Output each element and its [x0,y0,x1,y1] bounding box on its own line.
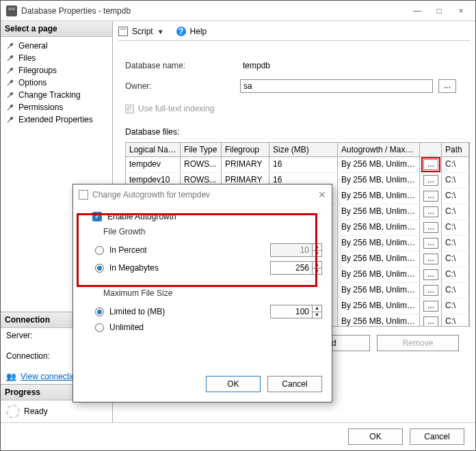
in-megabytes-radio[interactable]: In Megabytes ▲▼ [95,261,322,275]
radio-selected-icon [95,264,104,273]
autogrowth-edit-button[interactable]: ... [423,222,438,233]
wrench-icon [6,79,14,87]
toolbar: Script ▼ ? Help [118,27,470,41]
autogrowth-edit-button[interactable]: ... [423,206,438,217]
sidebar-item-label: Files [18,53,36,63]
unlimited-radio[interactable]: Unlimited [95,323,322,332]
fulltext-checkbox: Use full-text indexing [125,104,470,113]
window-title: Database Properties - tempdb [21,6,412,16]
wrench-icon [6,66,14,74]
titlebar: Database Properties - tempdb — □ × [1,1,475,21]
radio-selected-icon [95,308,104,316]
autogrowth-edit-button[interactable]: ... [423,269,438,280]
maximize-button[interactable]: □ [434,6,444,16]
progress-spinner-icon [6,405,20,418]
sidebar-item-label: General [18,41,48,51]
radio-icon [95,323,104,332]
autogrowth-edit-button[interactable]: ... [423,301,438,312]
script-button[interactable]: Script [132,27,153,36]
limited-spinner[interactable]: ▲▼ [270,305,322,318]
maxsize-group-label: Maximum File Size [103,288,322,298]
progress-status: Ready [24,407,48,416]
autogrowth-edit-button[interactable]: ... [423,159,438,170]
sidebar-item-label: Filegroups [18,66,57,75]
grid-header: Logical Name File Type Filegroup Size (M… [126,143,469,157]
sidebar-item-general[interactable]: General [1,40,112,52]
sidebar-item-change-tracking[interactable]: Change Tracking [1,89,112,101]
sidebar-item-files[interactable]: Files [1,52,112,64]
people-icon: 👥 [6,372,16,381]
sidebar-item-label: Permissions [18,102,63,112]
autogrowth-edit-button[interactable]: ... [423,316,438,327]
minimize-button[interactable]: — [412,6,422,16]
dialog-title: Change Autogrowth for tempdev [92,190,210,200]
autogrowth-edit-button[interactable]: ... [423,191,438,202]
dialog-icon [79,190,88,200]
table-row[interactable]: tempdevROWS...PRIMARY16By 256 MB, Unlimi… [126,157,469,173]
close-button[interactable]: × [456,6,466,16]
megabytes-spinner[interactable]: ▲▼ [270,261,322,275]
wrench-icon [6,103,14,111]
script-dropdown-icon[interactable]: ▼ [157,28,164,36]
select-page-head: Select a page [1,21,112,37]
wrench-icon [6,91,14,99]
sidebar-item-options[interactable]: Options [1,77,112,89]
checkbox-checked-icon: ✓ [92,212,102,221]
sidebar-item-filegroups[interactable]: Filegroups [1,64,112,77]
ok-button[interactable]: OK [348,428,403,445]
sidebar-item-extended-properties[interactable]: Extended Properties [1,113,112,126]
sidebar-item-label: Options [18,78,47,87]
sidebar-item-permissions[interactable]: Permissions [1,101,112,113]
enable-autogrowth-checkbox[interactable]: ✓ Enable Autogrowth [92,212,322,221]
help-icon: ? [176,27,186,36]
script-icon [118,27,128,36]
dialog-ok-button[interactable]: OK [206,376,261,392]
autogrowth-edit-button[interactable]: ... [423,285,438,296]
in-percent-radio[interactable]: In Percent ▲▼ [95,243,322,257]
sidebar-item-label: Change Tracking [18,90,81,100]
remove-button: Remove [377,335,459,351]
dialog-close-button[interactable]: ✕ [318,189,326,200]
sidebar-item-label: Extended Properties [18,115,93,124]
autogrowth-edit-button[interactable]: ... [423,238,438,249]
dialog-cancel-button[interactable]: Cancel [267,376,322,392]
limited-radio[interactable]: Limited to (MB) ▲▼ [95,305,322,318]
autogrowth-dialog: Change Autogrowth for tempdev ✕ ✓ Enable… [72,184,332,402]
checkbox-icon [125,105,134,113]
autogrowth-edit-button[interactable]: ... [423,175,438,186]
wrench-icon [6,115,14,124]
filegrowth-group-label: File Growth [103,227,322,236]
wrench-icon [6,54,14,62]
owner-browse-button[interactable]: ... [438,79,456,93]
database-icon [6,5,17,16]
owner-label: Owner: [125,81,235,91]
radio-icon [95,246,104,255]
cancel-button[interactable]: Cancel [410,428,464,445]
percent-spinner: ▲▼ [270,243,322,257]
wrench-icon [6,42,14,50]
autogrowth-edit-button[interactable]: ... [423,254,438,264]
help-button[interactable]: Help [190,27,207,36]
dbname-label: Database name: [125,61,235,70]
owner-field[interactable] [240,79,433,93]
dbname-field [240,59,456,72]
dbfiles-label: Database files: [125,127,470,137]
